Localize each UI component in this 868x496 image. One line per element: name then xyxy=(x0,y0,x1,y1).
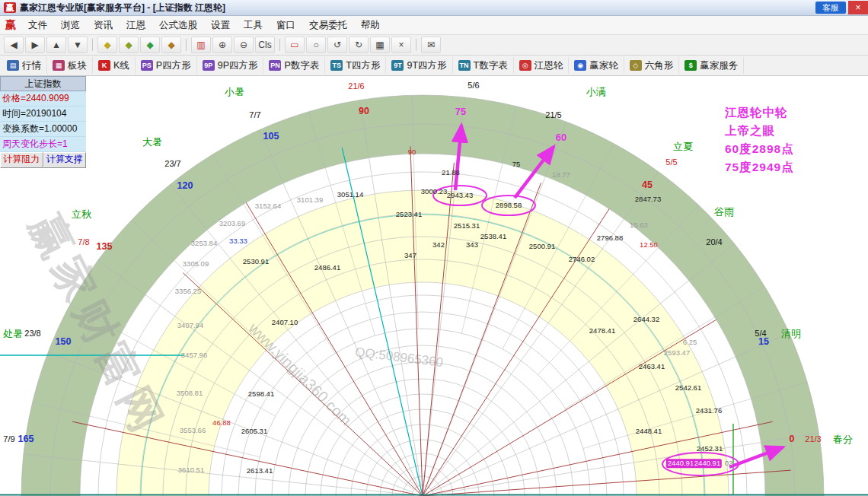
menu-item-公式选股[interactable]: 公式选股 xyxy=(152,20,204,30)
annotation-line: 60度2898点 xyxy=(725,140,794,158)
ribbon-button-9T四方形[interactable]: 9T9T四方形 xyxy=(386,57,452,74)
T数字表-icon: TN xyxy=(458,60,471,71)
drawing-toolbar: ◀▶▲▼◆◆◆◆▥⊕⊖Cls▭○↺↻▦×✉ xyxy=(0,35,868,56)
P四方形-icon: PS xyxy=(141,60,153,71)
rotate-right-icon[interactable]: ↻ xyxy=(349,37,369,53)
ribbon-label: 行情 xyxy=(22,59,41,72)
customer-service-button[interactable]: 客服 xyxy=(815,2,846,14)
toolbar-separator xyxy=(186,39,187,51)
window-title: 赢家江恩专业版[赢家服务平台] - [上证指数 江恩轮] xyxy=(20,2,225,14)
kline-icon[interactable]: ▥ xyxy=(191,37,211,53)
message-icon[interactable]: ✉ xyxy=(421,37,441,53)
info-panel: 上证指数 价格=2440.9099时间=20190104变换系数=1.00000… xyxy=(0,76,86,168)
ribbon-button-行情[interactable]: ▤行情 xyxy=(2,57,47,74)
toolbar-separator xyxy=(279,39,280,51)
ribbon-label: P四方形 xyxy=(156,59,191,72)
六角形-icon: ◇ xyxy=(630,60,642,71)
menu-item-文件[interactable]: 文件 xyxy=(21,20,54,30)
info-panel-header: 上证指数 xyxy=(0,76,86,91)
行情-icon: ▤ xyxy=(7,60,19,71)
ribbon-button-P数字表[interactable]: PNP数字表 xyxy=(263,57,325,74)
ribbon-button-板块[interactable]: ▦板块 xyxy=(47,57,93,74)
ribbon-label: 9P四方形 xyxy=(218,59,258,72)
menu-items: 文件浏览资讯江恩公式选股设置工具窗口交易委托帮助 xyxy=(21,19,387,32)
zoom-in-icon[interactable]: ⊕ xyxy=(212,37,232,53)
diamond-amber-icon[interactable]: ◆ xyxy=(161,37,181,53)
ribbon-label: T数字表 xyxy=(474,59,508,72)
menu-bar: 赢 文件浏览资讯江恩公式选股设置工具窗口交易委托帮助 xyxy=(0,16,868,35)
ribbon-button-T数字表[interactable]: TNT数字表 xyxy=(453,57,514,74)
9P四方形-icon: 9P xyxy=(203,60,215,71)
info-panel-rows: 价格=2440.9099时间=20190104变换系数=1.00000周天变化步… xyxy=(0,91,86,152)
ribbon-button-赢家轮[interactable]: ◉赢家轮 xyxy=(569,57,624,74)
ribbon-label: 六角形 xyxy=(645,59,674,72)
nav-right-icon[interactable]: ▶ xyxy=(25,37,45,53)
menu-item-江恩[interactable]: 江恩 xyxy=(120,20,152,30)
diamond-yellow-icon[interactable]: ◆ xyxy=(97,37,117,53)
menu-item-帮助[interactable]: 帮助 xyxy=(354,20,387,30)
ribbon-label: P数字表 xyxy=(284,59,319,72)
ribbon-button-9P四方形[interactable]: 9P9P四方形 xyxy=(197,57,264,74)
menu-item-资讯[interactable]: 资讯 xyxy=(87,20,120,30)
gann-annotation: 江恩轮中轮上帝之眼60度2898点75度2949点 xyxy=(725,103,794,176)
pointer-up-icon[interactable]: ▲ xyxy=(46,37,66,53)
ribbon-button-K线[interactable]: KK线 xyxy=(93,57,136,74)
annotation-line: 江恩轮中轮 xyxy=(725,103,794,122)
ribbon-label: 赢家服务 xyxy=(700,59,738,72)
diamond-green-icon[interactable]: ◆ xyxy=(140,37,160,53)
menu-item-设置[interactable]: 设置 xyxy=(204,20,237,30)
title-bar: 赢 赢家江恩专业版[赢家服务平台] - [上证指数 江恩轮] 客服 × xyxy=(0,0,868,16)
ribbon-label: 9T四方形 xyxy=(407,59,446,72)
circle-draw-icon[interactable]: ○ xyxy=(306,37,326,53)
toolbar-separator xyxy=(92,39,93,51)
ribbon-button-P四方形[interactable]: PSP四方形 xyxy=(136,57,197,74)
赢家服务-icon: $ xyxy=(685,60,697,71)
ribbon-label: K线 xyxy=(113,59,129,72)
ribbon-button-江恩轮[interactable]: ◎江恩轮 xyxy=(514,57,570,74)
pointer-down-icon[interactable]: ▼ xyxy=(68,37,88,53)
ribbon-button-赢家服务[interactable]: $赢家服务 xyxy=(679,57,744,74)
erase-icon[interactable]: × xyxy=(391,37,411,53)
calc-button-计算支撑[interactable]: 计算支撑 xyxy=(43,152,87,168)
江恩轮-icon: ◎ xyxy=(519,60,531,71)
info-row: 变换系数=1.00000 xyxy=(0,122,86,137)
rotate-left-icon[interactable]: ↺ xyxy=(327,37,347,53)
T四方形-icon: TS xyxy=(330,60,343,71)
P数字表-icon: PN xyxy=(269,60,281,71)
module-toolbar: ▤行情▦板块KK线PSP四方形9P9P四方形PNP数字表TST四方形9T9T四方… xyxy=(0,56,868,76)
赢家轮-icon: ◉ xyxy=(574,60,586,71)
info-row: 时间=20190104 xyxy=(0,107,86,122)
info-panel-buttons: 计算阻力计算支撑 xyxy=(0,152,86,168)
ribbon-button-六角形[interactable]: ◇六角形 xyxy=(624,57,680,74)
menu-item-浏览[interactable]: 浏览 xyxy=(54,20,87,30)
calc-button-计算阻力[interactable]: 计算阻力 xyxy=(0,152,43,168)
info-row: 周天变化步长=1 xyxy=(0,137,86,152)
toolbar-separator xyxy=(416,39,416,51)
menu-item-工具[interactable]: 工具 xyxy=(237,20,270,30)
ribbon-label: 板块 xyxy=(68,59,87,72)
brand-icon: 赢 xyxy=(5,18,16,32)
annotation-line: 上帝之眼 xyxy=(725,122,794,140)
menu-item-交易委托[interactable]: 交易委托 xyxy=(302,20,354,30)
annotation-line: 75度2949点 xyxy=(725,158,794,176)
rect-draw-icon[interactable]: ▭ xyxy=(285,37,305,53)
info-row: 价格=2440.9099 xyxy=(0,91,86,107)
ribbon-label: T四方形 xyxy=(346,59,380,72)
grid-icon[interactable]: ▦ xyxy=(370,37,390,53)
close-button[interactable]: × xyxy=(848,1,868,14)
ribbon-label: 江恩轮 xyxy=(535,59,563,72)
ribbon-button-T四方形[interactable]: TST四方形 xyxy=(325,57,386,74)
ribbon-label: 赢家轮 xyxy=(589,59,618,72)
K线-icon: K xyxy=(98,60,110,71)
app-logo-icon: 赢 xyxy=(4,2,16,13)
menu-item-窗口[interactable]: 窗口 xyxy=(270,20,302,30)
nav-left-icon[interactable]: ◀ xyxy=(4,37,24,53)
clear-button[interactable]: Cls xyxy=(255,37,275,53)
diamond-olive-icon[interactable]: ◆ xyxy=(119,37,139,53)
板块-icon: ▦ xyxy=(53,60,65,71)
zoom-out-icon[interactable]: ⊖ xyxy=(234,37,254,53)
9T四方形-icon: 9T xyxy=(391,60,404,71)
